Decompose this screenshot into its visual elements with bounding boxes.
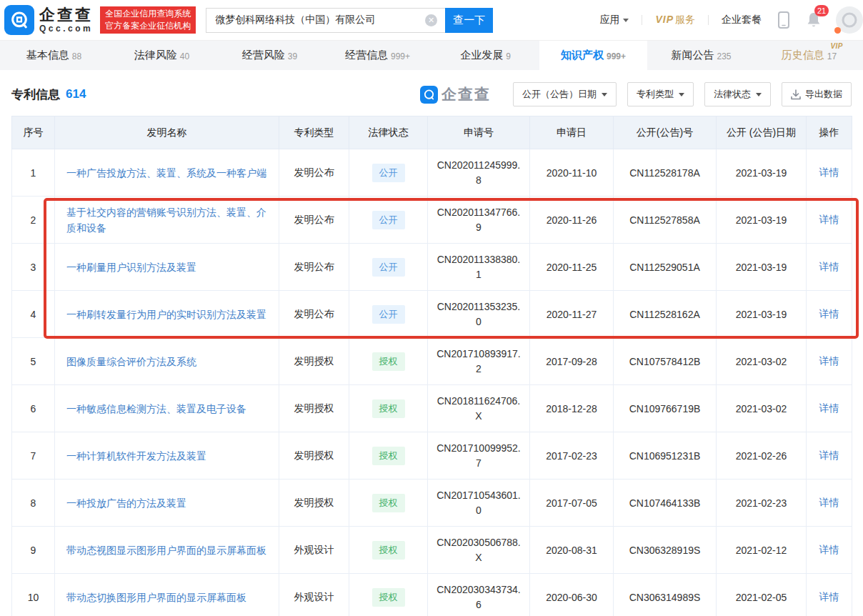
filter-dropdown[interactable]: 公开（公告）日期 [513, 82, 617, 106]
qcc-logo-icon [4, 5, 34, 35]
detail-link[interactable]: 详情 [819, 591, 839, 602]
patent-name-link[interactable]: 带动态切换图形用户界面的显示屏幕面板 [66, 592, 246, 603]
application-date: 2017-02-23 [530, 432, 614, 480]
tab-label: 新闻公告 [671, 49, 714, 62]
filter-label: 法律状态 [714, 88, 751, 101]
menu-apps[interactable]: 应用 [599, 14, 629, 26]
tab-count: 40 [180, 51, 189, 61]
patent-name-link[interactable]: 一种计算机软件开发方法及装置 [66, 450, 206, 462]
patent-type: 发明公布 [279, 244, 349, 291]
column-header: 序号 [12, 116, 55, 149]
row-index: 3 [12, 244, 55, 291]
filter-group: 公开（公告）日期 专利类型 法律状态 [502, 82, 771, 106]
patent-type: 发明授权 [279, 385, 349, 432]
table-row: 3 一种刷量用户识别方法及装置 发明公布 公开 CN202011338380.1… [12, 244, 852, 291]
tab-count: 235 [717, 51, 731, 61]
export-data-button[interactable]: 导出数据 [782, 82, 852, 106]
application-number: CN202011338380.1 [434, 252, 523, 282]
tab-count: 999+ [607, 51, 626, 61]
detail-link[interactable]: 详情 [819, 261, 839, 272]
menu-enterprise-package[interactable]: 企业套餐 [722, 14, 762, 26]
company-tab[interactable]: 法律风险 40 [108, 41, 216, 70]
gov-certification-badge: 全国企业信用查询系统 官方备案企业征信机构 [100, 6, 196, 34]
patent-name-link[interactable]: 一种敏感信息检测方法、装置及电子设备 [66, 403, 246, 414]
detail-link[interactable]: 详情 [819, 355, 839, 367]
patent-name-link[interactable]: 图像质量综合评价方法及系统 [66, 356, 196, 367]
column-header: 发明名称 [55, 116, 279, 149]
company-tab[interactable]: 基本信息 88 [0, 41, 108, 70]
tab-count: 39 [288, 51, 297, 61]
filter-dropdown[interactable]: 法律状态 [704, 82, 771, 106]
detail-link[interactable]: 详情 [819, 449, 839, 461]
table-row: 9 带动态视图显示图形用户界面的显示屏幕面板 外观设计 授权 CN2020305… [12, 527, 852, 574]
publication-date: 2021-03-02 [717, 338, 807, 385]
tab-label: 知识产权 [561, 49, 604, 62]
row-index: 7 [12, 432, 55, 480]
notifications-button[interactable]: 21 [806, 11, 822, 29]
publication-number: CN109766719B [614, 385, 717, 432]
detail-link[interactable]: 详情 [819, 497, 839, 508]
patent-name-link[interactable]: 一种刷量用户识别方法及装置 [66, 262, 196, 273]
application-number: CN201710099952.7 [434, 441, 523, 471]
tab-label: 法律风险 [134, 49, 177, 62]
legal-status-badge: 授权 [372, 352, 405, 371]
gov-badge-line2: 官方备案企业征信机构 [105, 20, 191, 32]
patent-name-link[interactable]: 一种刷转发量行为用户的实时识别方法及装置 [66, 309, 266, 320]
publication-date: 2021-03-19 [717, 244, 807, 291]
publication-date: 2021-03-19 [717, 291, 807, 338]
publication-number: CN107578412B [614, 338, 717, 385]
company-tab[interactable]: 历史信息 17 VIP [755, 41, 863, 70]
legal-status-badge: 公开 [372, 164, 405, 182]
row-index: 8 [12, 480, 55, 527]
vip-logo: VIP [655, 14, 674, 25]
qcc-logo[interactable]: 企查查 Qcc.com [4, 5, 93, 35]
row-index: 6 [12, 385, 55, 432]
application-number: CN201710893917.2 [434, 347, 523, 377]
patent-type: 发明公布 [279, 149, 349, 197]
tab-count: 999+ [391, 51, 410, 61]
table-row: 8 一种投放广告的方法及装置 发明授权 授权 CN201710543601.0 … [12, 480, 852, 527]
menu-vip-service[interactable]: VIP服务 [655, 14, 695, 26]
company-tab[interactable]: 经营信息 999+ [324, 41, 432, 70]
detail-link[interactable]: 详情 [819, 402, 839, 414]
application-number: CN202030506788.X [434, 535, 523, 565]
patent-table: 序号 发明名称 专利类型 法律状态 申请号 申请日 公开(公告)号 公开 (公告… [11, 116, 852, 616]
publication-date: 2021-02-26 [717, 432, 807, 480]
qcc-logo-text: 企查查 Qcc.com [39, 6, 93, 34]
patent-type: 发明公布 [279, 197, 349, 244]
company-tab[interactable]: 经营风险 39 [216, 41, 324, 70]
patent-name-link[interactable]: 带动态视图显示图形用户界面的显示屏幕面板 [66, 545, 266, 556]
detail-link[interactable]: 详情 [819, 167, 839, 178]
table-row: 1 一种广告投放方法、装置、系统及一种客户端 发明公布 公开 CN2020112… [12, 149, 852, 197]
table-row: 2 基于社交内容的营销账号识别方法、装置、介质和设备 发明公布 公开 CN202… [12, 197, 852, 244]
application-number: CN202011245999.8 [434, 158, 523, 188]
company-tab[interactable]: 知识产权 999+ [539, 41, 647, 70]
patent-name-link[interactable]: 基于社交内容的营销账号识别方法、装置、介质和设备 [66, 207, 266, 234]
mobile-app-button[interactable] [777, 11, 790, 29]
detail-link[interactable]: 详情 [819, 544, 839, 555]
publication-date: 2021-03-02 [717, 385, 807, 432]
detail-link[interactable]: 详情 [819, 308, 839, 319]
patent-name-link[interactable]: 一种广告投放方法、装置、系统及一种客户端 [66, 167, 266, 179]
search-input[interactable] [206, 8, 445, 33]
divider [708, 15, 709, 25]
detail-link[interactable]: 详情 [819, 214, 839, 225]
tab-label: 企业发展 [460, 49, 503, 62]
filter-dropdown[interactable]: 专利类型 [627, 82, 694, 106]
avatar-logo-icon [841, 11, 858, 29]
export-label: 导出数据 [805, 88, 842, 101]
application-number: CN202030343734.6 [434, 582, 523, 612]
user-avatar[interactable] [836, 6, 863, 34]
table-row: 10 带动态切换图形用户界面的显示屏幕面板 外观设计 授权 CN20203034… [12, 574, 852, 616]
company-tab-bar: 基本信息 88 法律风险 40 经营风险 39 经营信息 999+ 企业发展 9 [0, 40, 863, 70]
clear-search-icon[interactable]: ✕ [425, 14, 437, 26]
legal-status-badge: 公开 [372, 305, 405, 324]
patent-name-link[interactable]: 一种投放广告的方法及装置 [66, 497, 186, 509]
tab-label: 历史信息 [782, 49, 824, 62]
company-tab[interactable]: 新闻公告 235 [647, 41, 755, 70]
column-header: 专利类型 [279, 116, 349, 149]
search-button[interactable]: 查一下 [445, 8, 493, 33]
company-tab[interactable]: 企业发展 9 [432, 41, 539, 70]
qcc-watermark-text: 企查查 [442, 84, 491, 104]
publication-number: CN107464133B [614, 480, 717, 527]
